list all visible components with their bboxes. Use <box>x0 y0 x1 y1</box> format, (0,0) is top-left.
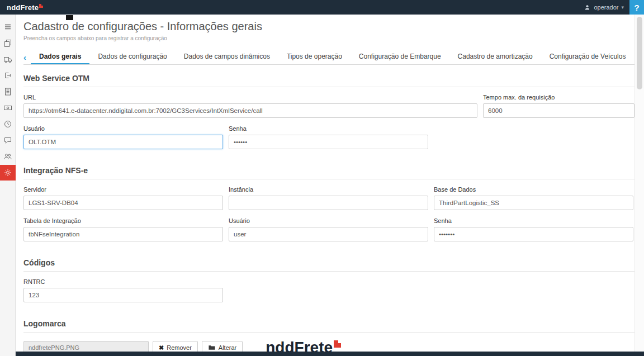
senha-nfse-label: Senha <box>434 217 633 224</box>
senha-nfse-input[interactable] <box>434 227 633 241</box>
field-usuario-otm: Usuário <box>23 125 223 149</box>
logomarca-filename: nddfretePNG.PNG <box>23 341 149 352</box>
section-logomarca: Logomarca nddfretePNG.PNG ✖ Remover Alte… <box>23 319 634 352</box>
top-bar: nddFrete operador ▾ ? <box>0 0 644 15</box>
section-divider <box>23 271 634 272</box>
copy-pages-icon[interactable] <box>0 35 16 51</box>
section-divider <box>23 179 634 179</box>
tab-configuracao-de-veiculos[interactable]: Configuração de Veículos <box>541 50 634 64</box>
tab-dados-de-configuracao[interactable]: Dados de configuração <box>89 50 175 64</box>
tabela-integracao-label: Tabela de Integração <box>23 217 223 224</box>
field-tabela-integracao: Tabela de Integração <box>23 217 223 241</box>
tab-dados-gerais[interactable]: Dados gerais <box>31 50 89 64</box>
brand-red-square-icon <box>39 4 43 8</box>
section-web-service-otm: Web Service OTM URL Tempo max. da requis… <box>23 74 634 149</box>
rntrc-label: RNTRC <box>23 278 223 285</box>
chat-icon[interactable] <box>0 132 16 148</box>
field-servidor: Servidor <box>23 186 223 210</box>
usuario-nfse-label: Usuário <box>229 217 428 224</box>
rntrc-input[interactable] <box>23 288 223 302</box>
remover-button[interactable]: ✖ Remover <box>153 341 198 352</box>
section-divider <box>23 87 634 87</box>
history-icon[interactable] <box>0 116 16 132</box>
tab-scroll-left[interactable]: ‹ <box>23 53 31 64</box>
truck-icon[interactable] <box>0 51 16 67</box>
logomarca-preview: nddFrete <box>266 339 341 352</box>
help-button[interactable]: ? <box>629 0 644 15</box>
field-base-de-dados: Base de Dados <box>434 186 633 210</box>
export-icon[interactable] <box>0 68 16 83</box>
bottom-bar <box>16 352 644 356</box>
field-senha-otm: Senha <box>229 125 428 149</box>
remover-label: Remover <box>167 344 192 351</box>
tab-bar: ‹ Dados gerais Dados de configuração Dad… <box>23 50 634 65</box>
section-title: Integração NFS-e <box>23 166 634 175</box>
folder-icon <box>208 344 216 351</box>
tab-cadastro-de-amortizacao[interactable]: Cadastro de amortização <box>449 50 541 64</box>
document-icon[interactable] <box>0 84 16 99</box>
base-de-dados-input[interactable] <box>434 196 633 210</box>
ui-artifact <box>66 15 73 20</box>
field-instancia: Instância <box>229 186 428 210</box>
cash-icon[interactable] <box>0 100 16 116</box>
page-title: Cadastro de configurações - Informações … <box>23 20 634 33</box>
field-url: URL <box>23 94 477 118</box>
senha-otm-label: Senha <box>229 125 428 132</box>
instancia-input[interactable] <box>229 196 428 210</box>
menu-icon[interactable] <box>0 19 16 35</box>
alterar-label: Alterar <box>219 344 236 351</box>
user-name-label: operador <box>594 4 618 11</box>
settings-gear-icon[interactable] <box>0 165 16 181</box>
tab-configuracao-de-embarque[interactable]: Configuração de Embarque <box>351 50 449 64</box>
chevron-down-icon: ▾ <box>621 4 624 10</box>
users-icon[interactable] <box>0 149 16 164</box>
section-divider <box>23 332 634 333</box>
field-rntrc: RNTRC <box>23 278 223 302</box>
sidebar <box>0 15 16 356</box>
user-icon <box>584 4 591 11</box>
tab-tipos-de-operacao[interactable]: Tipos de operação <box>278 50 351 64</box>
base-de-dados-label: Base de Dados <box>434 186 633 193</box>
url-label: URL <box>23 94 477 101</box>
scrollbar-track[interactable] <box>634 15 644 356</box>
field-usuario-nfse: Usuário <box>229 217 428 241</box>
section-integracao-nfse: Integração NFS-e Servidor Instância Base… <box>23 166 634 241</box>
remove-x-icon: ✖ <box>159 344 164 352</box>
field-senha-nfse: Senha <box>434 217 633 241</box>
url-input[interactable] <box>23 103 477 118</box>
tempo-max-input[interactable] <box>483 103 634 118</box>
brand-text: nddFrete <box>7 3 39 12</box>
page-subtitle: Preencha os campos abaixo para registrar… <box>23 35 634 41</box>
section-title: Web Service OTM <box>23 74 634 83</box>
senha-otm-input[interactable] <box>229 135 428 149</box>
alterar-button[interactable]: Alterar <box>202 341 243 352</box>
logomarca-red-square-icon <box>334 340 341 348</box>
usuario-nfse-input[interactable] <box>229 227 428 241</box>
field-tempo-max: Tempo max. da requisição <box>483 94 634 118</box>
section-title: Logomarca <box>23 319 634 328</box>
user-menu[interactable]: operador ▾ <box>578 0 629 15</box>
servidor-label: Servidor <box>23 186 223 193</box>
brand-logo: nddFrete <box>7 3 43 12</box>
tabela-integracao-input[interactable] <box>23 227 223 241</box>
section-codigos: Códigos RNTRC <box>23 258 634 302</box>
scrollbar-thumb[interactable] <box>637 17 642 89</box>
usuario-otm-label: Usuário <box>23 125 223 132</box>
usuario-otm-input[interactable] <box>23 135 223 149</box>
tempo-max-label: Tempo max. da requisição <box>483 94 634 101</box>
instancia-label: Instância <box>229 186 428 193</box>
logomarca-preview-text: nddFrete <box>266 339 333 352</box>
tab-dados-de-campos-dinamicos[interactable]: Dados de campos dinâmicos <box>176 50 278 64</box>
servidor-input[interactable] <box>23 196 223 210</box>
main-content: Cadastro de configurações - Informações … <box>16 15 634 352</box>
section-title: Códigos <box>23 258 634 267</box>
logomarca-file-row: nddfretePNG.PNG ✖ Remover Alterar nddFre… <box>23 339 634 352</box>
